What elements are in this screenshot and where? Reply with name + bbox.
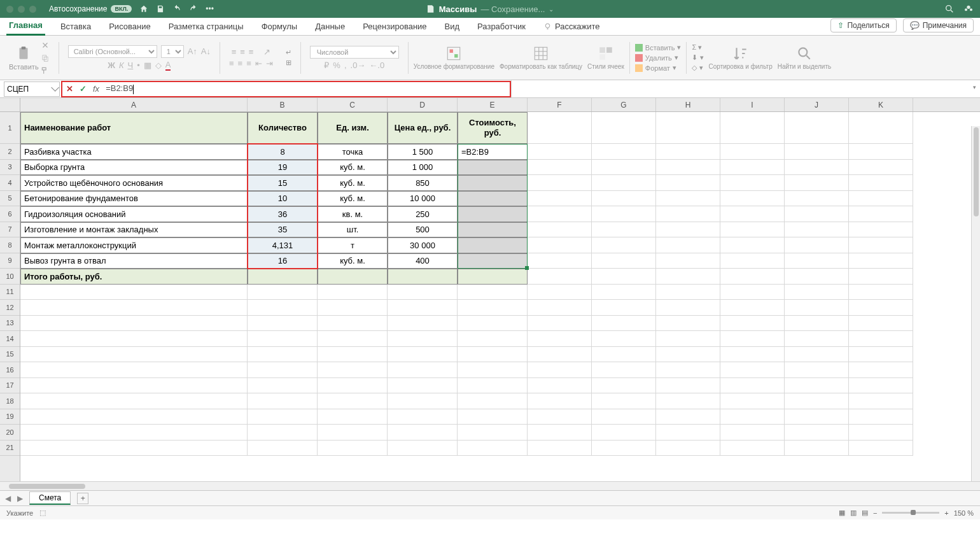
wrap-text-icon[interactable]: ↵ [286,48,291,57]
enter-icon[interactable]: ✓ [80,84,87,94]
col-header-B[interactable]: B [248,98,318,111]
header-cell[interactable]: Цена ед., руб. [388,112,458,144]
row-header[interactable]: 15 [0,347,20,363]
formula-bar-expand[interactable] [511,80,980,97]
tellme-search[interactable]: Расскажите [541,18,603,35]
formula-bar[interactable]: ✕ ✓ fx =B2:B9 [61,81,511,97]
dec-decimal-icon[interactable]: ←.0 [369,60,384,70]
align-top-icon[interactable]: ≡ [232,47,237,57]
zoom-out-button[interactable]: − [873,509,877,517]
view-break-icon[interactable]: ▤ [862,509,868,517]
horizontal-scrollbar[interactable] [0,481,980,490]
conditional-formatting-button[interactable]: Условное форматирование [414,45,494,71]
row-header[interactable]: 20 [0,425,20,441]
align-middle-icon[interactable]: ≡ [240,47,245,57]
row-header[interactable]: 17 [0,378,20,394]
row-header[interactable]: 7 [0,222,20,238]
borders-button[interactable]: ▦ [144,60,151,70]
col-header-H[interactable]: H [656,98,720,111]
font-color-button[interactable]: А [165,60,171,71]
col-header-G[interactable]: G [592,98,656,111]
decrease-font-icon[interactable]: A↓ [201,46,211,56]
sheet-tab[interactable]: Смета [29,491,71,505]
search-icon[interactable] [944,4,955,14]
view-page-icon[interactable]: ▥ [850,509,857,517]
zoom-slider[interactable] [882,512,939,514]
paste-button[interactable]: Вставить [9,45,39,71]
row-header[interactable]: 19 [0,409,20,425]
view-normal-icon[interactable]: ▦ [839,509,845,517]
tab-insert[interactable]: Вставка [58,18,94,35]
share-icon[interactable] [963,4,974,14]
tab-home[interactable]: Главная [6,17,45,36]
row-header[interactable]: 1 [0,112,20,144]
home-icon[interactable] [139,4,148,13]
col-header-J[interactable]: J [785,98,849,111]
redo-icon[interactable] [189,4,198,13]
col-header-D[interactable]: D [388,98,458,111]
tab-developer[interactable]: Разработчик [475,18,528,35]
clear-button[interactable]: ◇ ▾ [692,64,703,72]
underline-button[interactable]: Ч [128,60,134,70]
currency-icon[interactable]: ₽ [324,60,329,70]
row-header[interactable]: 10 [0,269,20,285]
font-name-select[interactable]: Calibri (Основной... [68,45,157,58]
col-header-A[interactable]: A [20,98,248,111]
merge-icon[interactable]: ⊞ [286,59,291,67]
row-header[interactable]: 6 [0,206,20,222]
align-right-icon[interactable]: ≡ [246,59,251,68]
fill-color-button[interactable]: ◇ [155,60,162,70]
sheet-nav-prev[interactable]: ◀ [5,494,11,503]
bold-button[interactable]: Ж [108,60,115,70]
tab-data[interactable]: Данные [312,18,347,35]
align-bottom-icon[interactable]: ≡ [249,47,254,57]
indent-dec-icon[interactable]: ⇤ [255,59,262,68]
undo-icon[interactable] [172,4,181,13]
align-center-icon[interactable]: ≡ [238,59,243,68]
autosum-button[interactable]: Σ ▾ [692,43,703,52]
row-header[interactable]: 21 [0,441,20,456]
zoom-in-button[interactable]: + [944,509,948,517]
find-select-button[interactable]: Найти и выделить [778,45,831,71]
row-header[interactable]: 16 [0,362,20,378]
orientation-icon[interactable]: ↗ [263,47,270,57]
header-cell[interactable]: Количество [248,112,318,144]
format-as-table-button[interactable]: Форматировать как таблицу [500,45,582,71]
header-cell[interactable]: Наименование работ [20,112,248,144]
row-header[interactable]: 18 [0,393,20,409]
comma-icon[interactable]: , [344,60,347,70]
more-icon[interactable]: ••• [206,4,214,13]
percent-icon[interactable]: % [333,60,340,70]
row-header[interactable]: 14 [0,331,20,347]
cell-styles-button[interactable]: Стили ячеек [587,45,624,71]
cancel-icon[interactable]: ✕ [66,84,73,94]
active-cell[interactable]: =B2:B9 [458,144,528,160]
zoom-level[interactable]: 150 % [954,509,974,517]
tab-draw[interactable]: Рисование [106,18,153,35]
comments-button[interactable]: 💬Примечания [903,18,974,32]
fx-icon[interactable]: fx [93,84,99,94]
row-header[interactable]: 5 [0,191,20,207]
col-header-F[interactable]: F [528,98,592,111]
col-header-E[interactable]: E [458,98,528,111]
row-header[interactable]: 9 [0,253,20,269]
header-cell[interactable]: Стоимость, руб. [458,112,528,144]
autosave-toggle[interactable]: Автосохранение ВКЛ. [49,4,132,13]
indent-inc-icon[interactable]: ⇥ [266,59,273,68]
font-size-select[interactable]: 12 [161,45,184,58]
add-sheet-button[interactable]: + [77,493,88,504]
col-header-I[interactable]: I [720,98,785,111]
col-header-K[interactable]: K [849,98,913,111]
row-header[interactable]: 12 [0,300,20,316]
row-header[interactable]: 3 [0,160,20,176]
sheet-nav-next[interactable]: ▶ [17,494,23,503]
tab-pagelayout[interactable]: Разметка страницы [166,18,246,35]
row-header[interactable]: 8 [0,237,20,253]
format-painter-icon[interactable] [41,66,50,75]
tab-view[interactable]: Вид [442,18,463,35]
row-header[interactable]: 2 [0,144,20,160]
select-all-corner[interactable] [0,98,20,112]
italic-button[interactable]: К [119,60,124,70]
inc-decimal-icon[interactable]: .0→ [351,60,366,70]
formula-input[interactable]: =B2:B9 [106,83,134,94]
